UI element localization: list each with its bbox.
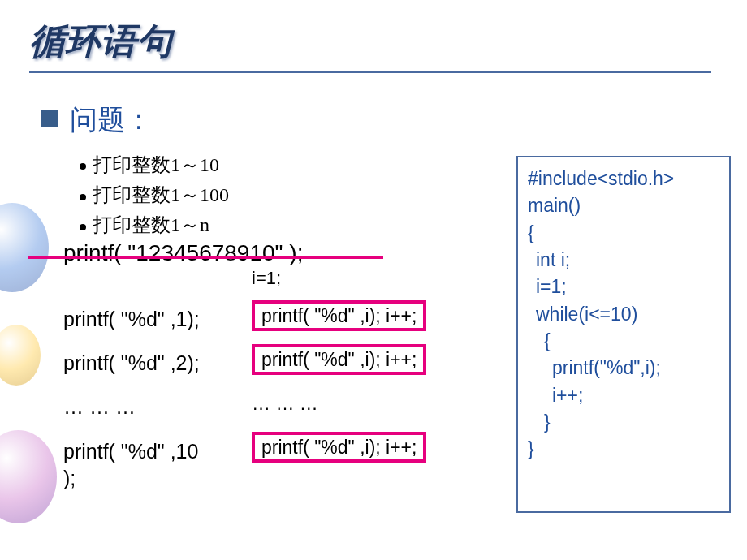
- struck-code-line: printf( "12345678910" );: [63, 240, 303, 266]
- code-line: i=1;: [528, 274, 723, 300]
- problem-list: 打印整数1～10 打印整数1～100 打印整数1～n: [80, 150, 229, 241]
- list-item: 打印整数1～n: [80, 210, 229, 240]
- code-line: … … …: [252, 381, 426, 425]
- code-line: {: [528, 328, 723, 355]
- dot-icon: [80, 163, 86, 170]
- code-sample-box: #include<stdio.h> main() { int i; i=1; w…: [516, 156, 731, 513]
- code-line: printf( "%d" ,2);: [63, 341, 200, 385]
- slide-title: 循环语句: [29, 21, 172, 61]
- list-text: 打印整数1～n: [93, 214, 209, 235]
- list-item: 打印整数1～100: [80, 180, 229, 210]
- code-line: main(): [528, 192, 723, 219]
- code-line: #include<stdio.h>: [528, 166, 723, 192]
- highlighted-code: printf( "%d" ,i); i++;: [252, 300, 426, 331]
- highlighted-code: printf( "%d" ,i); i++;: [252, 432, 426, 463]
- list-text: 打印整数1～10: [93, 154, 219, 175]
- highlighted-code: printf( "%d" ,i); i++;: [252, 344, 426, 375]
- code-line: printf( "%d" ,1);: [63, 297, 200, 341]
- code-line: printf("%d",i);: [528, 355, 723, 381]
- boxed-code-line: printf( "%d" ,i); i++;: [252, 425, 426, 469]
- code-line: printf( "%d" ,10 );: [63, 438, 200, 491]
- list-item: 打印整数1～10: [80, 150, 229, 180]
- balloon-decoration: [0, 430, 57, 523]
- content-area: 问题： 打印整数1～10 打印整数1～100 打印整数1～n: [41, 101, 229, 241]
- code-line: while(i<=10): [528, 301, 723, 328]
- left-code-column: printf( "%d" ,1); printf( "%d" ,2); … … …: [63, 297, 200, 491]
- balloon-decoration: [0, 325, 41, 386]
- code-line: int i;: [528, 247, 723, 274]
- boxed-code-line: printf( "%d" ,i); i++;: [252, 338, 426, 381]
- code-line: {: [528, 220, 723, 247]
- square-bullet-icon: [41, 110, 58, 127]
- title-bar: 循环语句: [29, 18, 711, 73]
- code-line: … … …: [63, 385, 200, 429]
- code-line: i++;: [528, 382, 723, 409]
- right-code-column: printf( "%d" ,i); i++; printf( "%d" ,i);…: [252, 294, 426, 469]
- dot-icon: [80, 194, 86, 200]
- dot-icon: [80, 224, 86, 230]
- code-text: );: [63, 467, 76, 489]
- strikethrough-line-icon: [28, 256, 383, 259]
- code-line: }: [528, 436, 723, 463]
- list-text: 打印整数1～100: [93, 184, 229, 205]
- code-line: }: [528, 409, 723, 436]
- code-text: printf( "%d" ,10: [63, 440, 198, 463]
- problem-heading: 问题：: [70, 105, 153, 135]
- i-init-text: i=1;: [252, 268, 281, 289]
- boxed-code-line: printf( "%d" ,i); i++;: [252, 294, 426, 338]
